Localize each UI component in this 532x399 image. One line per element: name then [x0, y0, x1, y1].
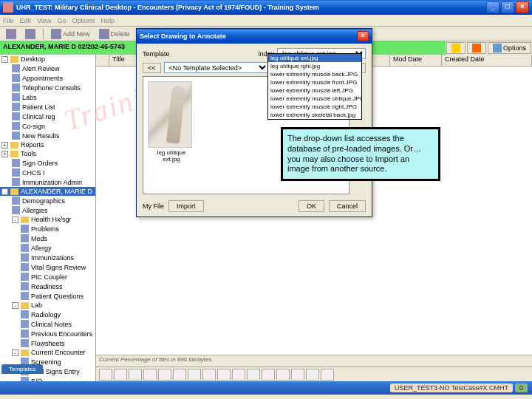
sidebar-item[interactable]: Immunization Admin — [0, 177, 95, 187]
col-moddate[interactable]: Mod Date — [390, 55, 442, 66]
sidebar-item[interactable]: Alert Review — [0, 64, 95, 73]
template-select[interactable]: <No Template Selected> — [164, 62, 270, 73]
sidebar-item[interactable]: PtC Coupler — [0, 272, 95, 282]
sidebar-item[interactable]: Problems — [0, 224, 95, 233]
dropdown-item[interactable]: lower extremity muscle front.JPG — [268, 78, 361, 86]
sidebar-item-label: Radiology — [31, 311, 61, 318]
sidebar-item[interactable]: Radiology — [0, 310, 95, 319]
addnew-button[interactable]: Add New — [48, 28, 93, 40]
tool-14[interactable] — [291, 369, 304, 381]
tool-5[interactable] — [158, 369, 171, 381]
menu-view[interactable]: View — [37, 17, 51, 24]
sidebar-item-label: Readiness — [31, 283, 63, 290]
minimize-button[interactable]: _ — [486, 1, 499, 13]
sidebar-item[interactable]: Labs — [0, 92, 95, 102]
import-button[interactable]: Import — [168, 200, 204, 212]
sidebar-item[interactable]: Meds — [0, 233, 95, 243]
sidebar-item[interactable]: Vital Signs Review — [0, 262, 95, 272]
sidebar-item[interactable]: Patient List — [0, 102, 95, 112]
bottom-status: Current Percentage of files in 890 kilob… — [96, 355, 532, 366]
ok-button[interactable]: OK — [299, 200, 324, 212]
dropdown-item[interactable]: lower extremity muscle back.JPG — [268, 70, 361, 78]
sidebar-item-label: Health Hx/sgr — [31, 216, 72, 223]
sidebar-item[interactable]: Allergy — [0, 243, 95, 253]
sidebar-item[interactable]: New Results — [0, 131, 95, 140]
sidebar-item-label: Allergies — [22, 207, 48, 214]
sidebar-item-label: Lab — [31, 301, 42, 309]
warning-icon — [451, 44, 460, 52]
window-titlebar: UHR_TEST: Military Clinical Desktop - En… — [0, 0, 532, 15]
cancel-button[interactable]: Cancel — [329, 200, 366, 212]
maximize-button[interactable]: □ — [501, 1, 514, 13]
tool-12[interactable] — [262, 369, 275, 381]
sidebar-item[interactable]: Immunizations — [0, 253, 95, 262]
tool-4[interactable] — [143, 369, 157, 381]
tool-1[interactable] — [99, 369, 112, 381]
sidebar-item[interactable]: Previous Encounters — [0, 329, 95, 338]
back-button[interactable] — [3, 28, 19, 40]
sidebar-item[interactable]: Allergies — [0, 205, 95, 215]
tool-11[interactable] — [247, 369, 260, 381]
index-dropdown-list[interactable]: leg oblique ext.jpgleg oblique rghi.jpgl… — [267, 53, 362, 120]
sidebar-item[interactable]: +Tools — [0, 149, 95, 158]
nav-prev-button[interactable]: << — [143, 63, 161, 73]
menu-edit[interactable]: Edit — [20, 17, 32, 24]
tool-8[interactable] — [202, 369, 216, 381]
sidebar-item[interactable]: -ALEXANDER, MARIE D — [0, 187, 95, 196]
tool-6[interactable] — [173, 369, 186, 381]
tool-2[interactable] — [114, 369, 127, 381]
col-created[interactable]: Created Date — [442, 55, 532, 66]
forward-button[interactable] — [22, 28, 38, 40]
sidebar-item[interactable]: Readiness — [0, 282, 95, 291]
sidebar-item[interactable]: Clinical reg — [0, 112, 95, 121]
sidebar-item[interactable]: +Reports — [0, 140, 95, 149]
dropdown-item[interactable]: leg oblique ext.jpg — [268, 54, 361, 62]
sidebar-item[interactable]: Clinical Notes — [0, 319, 95, 329]
alert-button[interactable] — [446, 42, 466, 54]
menu-options[interactable]: Options — [72, 17, 95, 24]
dialog-close-button[interactable]: × — [357, 31, 369, 41]
flag-button[interactable] — [467, 42, 486, 54]
sidebar-item[interactable]: S/O — [0, 376, 95, 381]
sidebar-item[interactable]: Co-sign — [0, 121, 95, 131]
myfile-label: My File — [143, 202, 164, 210]
sidebar-item[interactable]: CHCS I — [0, 168, 95, 177]
delete-button[interactable]: Delete — [96, 28, 133, 40]
options-button[interactable]: Options — [488, 42, 531, 54]
dropdown-item[interactable]: lower extremity skeletal back.jpg — [268, 111, 361, 119]
sidebar-item[interactable]: Appointments — [0, 73, 95, 83]
menu-help[interactable]: Help — [100, 17, 115, 24]
tool-10[interactable] — [232, 369, 245, 381]
sidebar-item[interactable]: Patient Questions — [0, 291, 95, 301]
dropdown-item[interactable]: lower extremity muscle oblique.JPG — [268, 95, 361, 103]
sidebar-item[interactable]: Demographics — [0, 196, 95, 205]
tool-15[interactable] — [306, 369, 319, 381]
sidebar-item-label: Meds — [31, 235, 47, 242]
tool-7[interactable] — [188, 369, 201, 381]
tool-3[interactable] — [129, 369, 142, 381]
menu-go[interactable]: Go — [57, 17, 66, 24]
thumbnail[interactable]: leg oblique ext.jpg — [148, 81, 195, 163]
tool-9[interactable] — [217, 369, 231, 381]
dialog-titlebar: Select Drawing to Annotate × — [137, 29, 372, 44]
statusbar: USER_TEST3-NO TestCase#X CMHT 0 — [0, 381, 532, 395]
menu-file[interactable]: File — [3, 17, 14, 24]
file-icon — [21, 320, 29, 328]
sidebar-item[interactable]: -Lab — [0, 301, 95, 310]
sidebar-item[interactable]: Sign Orders — [0, 158, 95, 168]
close-button[interactable]: × — [516, 1, 529, 13]
dropdown-item[interactable]: leg oblique rghi.jpg — [268, 62, 361, 70]
dropdown-item[interactable]: lower extremity muscle left.JPG — [268, 86, 361, 95]
sidebar-item[interactable]: -Health Hx/sgr — [0, 215, 95, 224]
sidebar-item[interactable]: -Desktop — [0, 55, 95, 64]
file-icon — [12, 103, 20, 111]
sidebar-item[interactable]: Flowsheets — [0, 338, 95, 348]
tool-16[interactable] — [321, 369, 334, 381]
dropdown-item[interactable]: lower extremity muscle right.JPG — [268, 103, 361, 111]
footer-tab[interactable]: Templates — [1, 364, 43, 374]
sidebar-item[interactable]: Telephone Consults — [0, 83, 95, 92]
tool-13[interactable] — [276, 369, 290, 381]
sidebar-item-label: Allergy — [31, 245, 52, 252]
sidebar-item[interactable]: -Current Encounter — [0, 348, 95, 357]
col-icon[interactable] — [96, 55, 109, 66]
